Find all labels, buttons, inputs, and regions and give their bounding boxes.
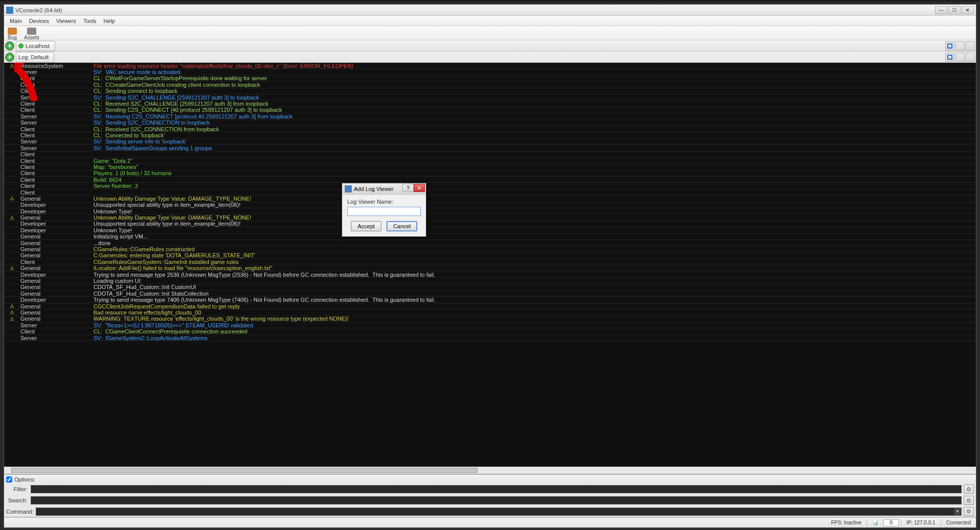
log-row[interactable]: ClientCL: Sending connect to loopback [4, 88, 976, 94]
log-row[interactable]: ServerSV: IGameSystem2::LoopActivateAllS… [4, 335, 976, 341]
log-source: Developer [19, 202, 93, 208]
log-tab[interactable]: Log: Default [16, 52, 54, 62]
command-input[interactable]: ▼ [36, 508, 962, 516]
log-row[interactable]: ServerSV: Sending server info to 'loopba… [4, 139, 976, 145]
dialog-close-button[interactable]: ✕ [414, 184, 425, 192]
log-row[interactable]: Client [4, 189, 976, 196]
titlebar[interactable]: VConsole2 (64-bit) — ☐ ✕ [4, 5, 976, 16]
log-row[interactable]: GeneralInitializing script VM... [4, 234, 976, 240]
dialog-field-label: Log Viewer Name: [347, 199, 421, 205]
log-row[interactable]: ClientCL: Received S2C_CONNECTION from l… [4, 126, 976, 132]
log-row[interactable]: ClientCL: CGameClientConnectPrerequisite… [4, 328, 976, 334]
log-row[interactable]: DeveloperUnsupported special ability typ… [4, 202, 976, 208]
assets-button[interactable]: Assets [22, 27, 41, 41]
log-row[interactable]: DeveloperTrying to send message type 740… [4, 297, 976, 303]
log-message: SV: SendInitialSpawnGroups sending 1 gro… [93, 145, 976, 151]
log-row[interactable]: GeneralCDOTA_SF_Hud_Custom::Init StatsCo… [4, 291, 976, 297]
log-source: Client [19, 82, 93, 88]
search-settings-button[interactable]: ⚙ [964, 496, 974, 505]
log-row[interactable]: ClientMap: "barebones" [4, 164, 976, 170]
bug-button[interactable]: Bug [6, 27, 18, 41]
log-row[interactable]: ClientCL: Received S2C_CHALLENGE [259912… [4, 101, 976, 107]
minimize-button[interactable]: — [935, 6, 947, 14]
log-row[interactable]: Client [4, 151, 976, 157]
log-row[interactable]: DeveloperUnsupported special ability typ… [4, 221, 976, 227]
log-row[interactable]: ClientPlayers: 1 (0 bots) / 32 humans [4, 171, 976, 177]
log-message: ILocalize::AddFile() failed to load file… [93, 265, 976, 271]
log-row[interactable]: GeneralC:Gamerules: entering state 'DOTA… [4, 253, 976, 259]
log-layout-split-v-button[interactable] [966, 53, 975, 62]
layout-split-h-button[interactable] [955, 41, 965, 51]
log-source: General [19, 316, 93, 322]
menu-tools[interactable]: Tools [80, 17, 100, 25]
close-button[interactable]: ✕ [962, 6, 974, 14]
log-row[interactable]: ClientCGameRulesGameSystem::GameInit ins… [4, 259, 976, 265]
search-input[interactable] [31, 496, 962, 504]
log-row[interactable]: ClientCL: CWaitForGameServerStartupPrere… [4, 76, 976, 82]
log-row[interactable]: ⚠GeneralWARNING: TEXTURE resource 'effec… [4, 316, 976, 322]
log-source: Client [19, 126, 93, 132]
log-row[interactable]: ⚠GeneralUnknown Ability Damage Type Valu… [4, 196, 976, 202]
log-row[interactable]: GeneralCGameRules::CGameRules constructe… [4, 246, 976, 252]
add-log-viewer-button[interactable]: + [5, 53, 14, 62]
horizontal-scrollbar[interactable] [4, 467, 976, 474]
maximize-button[interactable]: ☐ [948, 6, 961, 14]
log-row[interactable]: ServerSV: SendInitialSpawnGroups sending… [4, 145, 976, 151]
log-row[interactable]: ⚠GeneralUnknown Ability Damage Type Valu… [4, 214, 976, 221]
dialog-help-button[interactable]: ? [402, 184, 414, 192]
log-source: Client [19, 101, 93, 107]
menu-main[interactable]: Main [6, 17, 26, 25]
log-message: Loading custom UI: [93, 278, 976, 284]
log-row[interactable]: General...done [4, 240, 976, 246]
log-row[interactable]: GeneralLoading custom UI: [4, 278, 976, 284]
log-message: CL: Sending connect to loopback [93, 88, 976, 94]
log-source: General [19, 309, 93, 316]
log-row[interactable]: GeneralCDOTA_SF_Hud_Custom::Init CustomU… [4, 284, 976, 291]
log-row[interactable]: ClientGame: "Dota 2" [4, 158, 976, 164]
log-layout-split-h-button[interactable] [955, 53, 965, 62]
command-settings-button[interactable]: ⚙ [964, 507, 974, 516]
options-checkbox[interactable] [6, 476, 12, 483]
dialog-titlebar[interactable]: Add Log Viewer ? ✕ [342, 183, 426, 195]
log-row[interactable]: ClientCL: CCreateGameClientJob creating … [4, 82, 976, 88]
cancel-button[interactable]: Cancel [387, 221, 417, 231]
log-source: General [19, 284, 93, 290]
log-row[interactable]: ServerSV: Sending S2C_CONNECTION to loop… [4, 120, 976, 126]
log-row[interactable]: ⚠GeneralBad resource name effects/light_… [4, 309, 976, 316]
log-row[interactable]: ClientServer Number: 3 [4, 183, 976, 189]
log-message: File error loading resource header "mate… [93, 63, 976, 69]
log-row[interactable]: ServerSV: "Noya<1><[U:1:86718505]><>" ST… [4, 322, 976, 328]
log-row[interactable]: ClientCL: Connected to 'loopback' [4, 132, 976, 138]
status-spin[interactable]: 0 [883, 519, 899, 526]
log-row[interactable]: DeveloperUnknown Type! [4, 208, 976, 214]
log-message: SV: IGameSystem2::LoopActivateAllSystems [93, 335, 976, 341]
accept-button[interactable]: Accept [351, 221, 381, 231]
filter-input[interactable] [31, 485, 962, 493]
filter-settings-button[interactable]: ⚙ [964, 485, 974, 494]
menu-devices[interactable]: Devices [26, 17, 53, 25]
layout-single-button[interactable] [945, 41, 954, 51]
log-row[interactable]: ServerSV: Sending S2C_CHALLENGE [2599121… [4, 94, 976, 101]
log-row[interactable]: ⚠GeneralILocalize::AddFile() failed to l… [4, 266, 976, 272]
log-layout-single-button[interactable] [945, 53, 954, 62]
log-row[interactable]: ServerSV: Receiving C2S_CONNECT [protoco… [4, 113, 976, 119]
layout-split-v-button[interactable] [966, 41, 975, 51]
log-viewer-name-input[interactable] [347, 207, 421, 216]
log-row[interactable]: DeveloperUnknown Type! [4, 227, 976, 233]
status-ip: IP: 127.0.0.1 [903, 520, 939, 525]
log-row[interactable]: ⚠GeneralCGCClientJobRequestCompendiumDat… [4, 303, 976, 309]
command-dropdown-icon[interactable]: ▼ [954, 508, 961, 515]
log-row[interactable]: ClientBuild: 6624 [4, 177, 976, 183]
log-row[interactable]: ⚠ResourceSystemFile error loading resour… [4, 63, 976, 69]
log-row[interactable]: ServerSV: VAC secure mode is activated. [4, 69, 976, 75]
log-message: Unknown Ability Damage Type Value: DAMAG… [93, 196, 976, 202]
log-row[interactable]: DeveloperTrying to send message type 253… [4, 272, 976, 278]
menu-help[interactable]: Help [100, 17, 119, 25]
log-rows[interactable]: ⚠ResourceSystemFile error loading resour… [4, 63, 976, 467]
log-row[interactable]: ClientCL: Sending C2S_CONNECT [40 protoc… [4, 107, 976, 113]
add-connection-button[interactable]: + [5, 41, 14, 51]
connection-tab[interactable]: Localhost [16, 41, 55, 51]
log-source: Client [19, 158, 93, 164]
menu-viewers[interactable]: Viewers [53, 17, 80, 25]
command-label: Command: [6, 509, 34, 515]
